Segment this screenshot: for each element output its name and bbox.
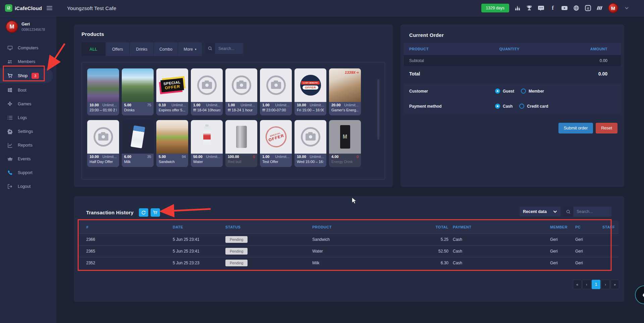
sidebar-item-logout[interactable]: Logout bbox=[0, 179, 56, 193]
cell-total: 52.50 bbox=[435, 249, 448, 254]
cart-orders-button[interactable] bbox=[151, 208, 160, 217]
chevron-down-icon[interactable] bbox=[623, 5, 630, 11]
subtotal-label: Subtotal bbox=[404, 58, 499, 63]
brand: i2 iCafeCloud bbox=[0, 0, 56, 16]
pagination-last[interactable]: » bbox=[610, 280, 619, 289]
globe-icon[interactable] bbox=[573, 5, 580, 11]
status-badge[interactable]: Pending bbox=[225, 248, 248, 255]
radio-credit-card[interactable] bbox=[519, 104, 524, 109]
product-name: Drinks bbox=[124, 108, 151, 112]
products-panel: Products ALL Offers Drinks Combo More▾ 1… bbox=[74, 24, 393, 187]
cell-payment: Cash bbox=[448, 261, 543, 265]
product-image-special-offer: SPECIALOFFER bbox=[156, 68, 188, 102]
column-product: PRODUCT bbox=[306, 225, 435, 229]
subtotal-value: 0.00 bbox=[600, 58, 621, 63]
collapse-panel-button[interactable]: ❮ bbox=[635, 285, 644, 304]
product-card[interactable]: 6.0035Milk bbox=[122, 120, 154, 167]
product-card[interactable]: 1.00Unlimit...fff 18-24 1 hour bbox=[225, 68, 257, 115]
sidebar-item-settings[interactable]: Settings bbox=[0, 124, 56, 138]
product-card[interactable]: LAST MINUTEOFFER 10.00Unlimit...Fri 15:0… bbox=[294, 68, 326, 115]
pagination-first[interactable]: « bbox=[573, 280, 582, 289]
sidebar-item-games[interactable]: Games bbox=[0, 97, 56, 111]
reset-button[interactable]: Reset bbox=[596, 123, 618, 133]
sidebar-item-members[interactable]: Members bbox=[0, 55, 56, 68]
radio-guest[interactable] bbox=[495, 89, 500, 94]
tab-more[interactable]: More▾ bbox=[178, 42, 202, 56]
user-name: Geri bbox=[21, 22, 45, 26]
product-card[interactable]: 1.00Unlimit...fff 18-04 10hours bbox=[191, 68, 223, 115]
icafe-logo-icon[interactable]: i2 bbox=[585, 5, 591, 11]
radio-member[interactable] bbox=[521, 89, 526, 94]
sidebar-item-reports[interactable]: Reports bbox=[0, 138, 56, 152]
ranking-icon[interactable] bbox=[514, 5, 521, 11]
tab-drinks[interactable]: Drinks bbox=[130, 42, 154, 56]
product-card-out-of-stock[interactable]: 100.000Red bull bbox=[225, 120, 257, 167]
products-search-input[interactable] bbox=[215, 43, 243, 54]
product-card[interactable]: 10.00Unlimit...23:00 – 01:00 2 h... bbox=[87, 68, 119, 115]
product-price: 1.00 bbox=[262, 103, 269, 107]
camera-placeholder-icon bbox=[225, 68, 257, 102]
product-name: Half Day Offer bbox=[90, 160, 117, 164]
radio-guest-label[interactable]: Guest bbox=[503, 89, 514, 94]
pagination-page-1[interactable]: 1 bbox=[592, 280, 600, 289]
status-badge[interactable]: Pending bbox=[225, 236, 248, 243]
submit-order-button[interactable]: Submit order bbox=[558, 123, 593, 133]
status-badge[interactable]: Pending bbox=[225, 260, 248, 266]
current-order-title: Current Order bbox=[409, 32, 444, 38]
product-price: 1.00 bbox=[193, 103, 200, 107]
sidebar-item-logs[interactable]: Logs bbox=[0, 111, 56, 124]
sidebar-item-support[interactable]: Support bbox=[0, 166, 56, 179]
product-image-last-minute-offer: LAST MINUTEOFFER bbox=[294, 68, 326, 102]
user-avatar[interactable]: M bbox=[608, 3, 618, 13]
product-image-milk bbox=[122, 120, 154, 154]
trophy-icon[interactable] bbox=[526, 5, 533, 11]
radio-cash-label[interactable]: Cash bbox=[503, 104, 513, 109]
sidebar-item-label: Events bbox=[18, 157, 31, 161]
product-card[interactable]: SPECIALOFFER 0.10Unlimit...Expires offer… bbox=[156, 68, 188, 115]
product-price: 5.00 bbox=[124, 103, 131, 107]
sidebar-item-shop[interactable]: Shop 3 bbox=[0, 68, 53, 83]
table-row: 2352 5 Jun 25 23:23 Pending Milk 6.30 Ca… bbox=[79, 257, 619, 269]
subscription-days-badge[interactable]: 1329 days bbox=[481, 4, 509, 12]
youtube-icon[interactable] bbox=[561, 5, 568, 11]
sidebar-profile[interactable]: M Geri 008612345678 bbox=[0, 16, 56, 36]
sidebar-item-boot[interactable]: Boot bbox=[0, 83, 56, 97]
facebook-icon[interactable]: f bbox=[549, 5, 556, 11]
support-phone-icon bbox=[7, 170, 13, 175]
product-card[interactable]: 10.00Unlimit...Wed 15:00 – 16:00 bbox=[294, 120, 326, 167]
product-card-out-of-stock[interactable]: M 4.000Energy Drink bbox=[329, 120, 361, 167]
layers-icon[interactable] bbox=[596, 5, 603, 11]
sidebar-item-computers[interactable]: Computers bbox=[0, 41, 56, 55]
refresh-button[interactable] bbox=[139, 208, 148, 217]
recent-data-select[interactable]: Recent data bbox=[520, 207, 560, 217]
hamburger-menu-icon[interactable] bbox=[47, 5, 52, 11]
product-name: Gamer's Energ... bbox=[331, 108, 359, 112]
products-search bbox=[205, 43, 243, 54]
tab-all[interactable]: ALL bbox=[82, 42, 105, 56]
discord-icon[interactable] bbox=[538, 5, 544, 11]
product-tabs: ALL Offers Drinks Combo More▾ bbox=[82, 42, 202, 56]
product-card[interactable]: 5.0094Sandwich bbox=[156, 120, 188, 167]
pagination-prev[interactable]: ‹ bbox=[582, 280, 591, 289]
radio-member-label[interactable]: Member bbox=[529, 89, 544, 94]
radio-credit-card-label[interactable]: Credit card bbox=[527, 104, 548, 109]
product-card[interactable]: 50.00Unlimit...Water bbox=[191, 120, 223, 167]
page: i2 iCafeCloud Youngzsoft Test Cafe 1329 … bbox=[0, 0, 644, 323]
sidebar-item-label: Shop bbox=[18, 73, 28, 78]
pagination-next[interactable]: › bbox=[601, 280, 610, 289]
sidebar-item-label: Computers bbox=[18, 46, 38, 50]
sidebar-item-events[interactable]: Events bbox=[0, 152, 56, 166]
product-stock: Unlimit... bbox=[102, 103, 117, 107]
transactions-search-input[interactable] bbox=[573, 207, 611, 217]
scrollbar-thumb[interactable] bbox=[377, 79, 379, 140]
product-card[interactable]: SPECIALOFFER 1.00Unlimit...Test Offer bbox=[260, 120, 292, 167]
radio-cash[interactable] bbox=[495, 104, 500, 109]
product-card[interactable]: 1.00Unlimit...fff 23:00-07:00 bbox=[260, 68, 292, 115]
events-crown-icon bbox=[7, 156, 13, 162]
product-card[interactable]: 1339X·+ 20.00Unlimit...Gamer's Energ... bbox=[329, 68, 361, 115]
product-card[interactable]: 10.00Unlimit...Half Day Offer bbox=[87, 120, 119, 167]
product-card[interactable]: 5.0075Drinks bbox=[122, 68, 154, 115]
tab-offers[interactable]: Offers bbox=[106, 42, 129, 56]
tab-combo[interactable]: Combo bbox=[154, 42, 178, 56]
product-stock: Unlimit... bbox=[275, 103, 289, 107]
